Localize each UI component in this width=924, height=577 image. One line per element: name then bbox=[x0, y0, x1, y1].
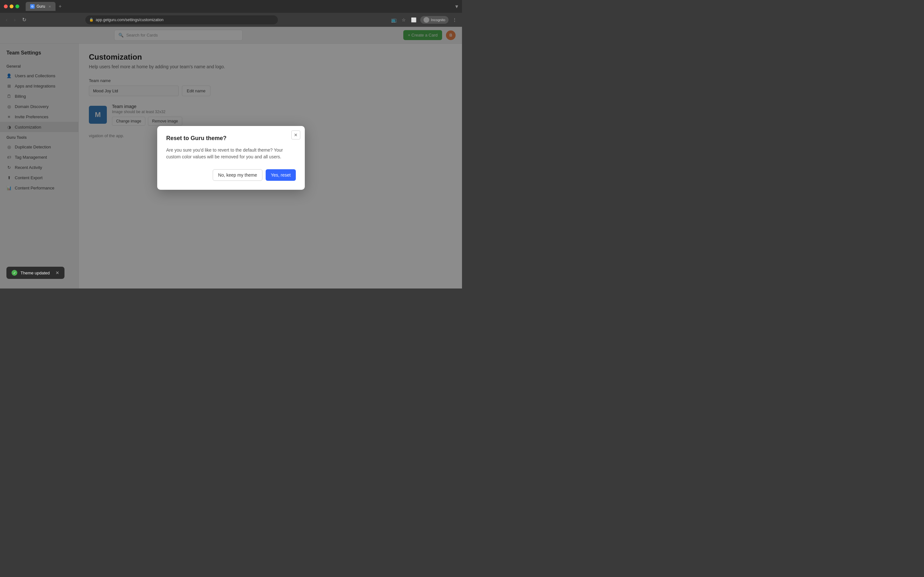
cast-icon[interactable]: 📺 bbox=[390, 16, 398, 24]
modal-actions: No, keep my theme Yes, reset bbox=[166, 169, 296, 181]
incognito-button[interactable]: Incognito bbox=[420, 16, 449, 24]
forward-button[interactable]: › bbox=[12, 16, 17, 24]
fullscreen-traffic-light[interactable] bbox=[15, 5, 19, 8]
new-tab-button[interactable]: + bbox=[57, 3, 63, 9]
reset-theme-modal: ✕ Reset to Guru theme? Are you sure you'… bbox=[157, 126, 305, 190]
incognito-label: Incognito bbox=[431, 18, 445, 22]
modal-overlay[interactable]: ✕ Reset to Guru theme? Are you sure you'… bbox=[0, 27, 462, 288]
tab-title: Guru bbox=[37, 4, 45, 9]
menu-button[interactable]: ⋮ bbox=[451, 16, 458, 24]
tab-favicon: G bbox=[30, 4, 35, 9]
toast-notification: ✓ Theme updated ✕ bbox=[6, 267, 65, 279]
toast-close-button[interactable]: ✕ bbox=[55, 270, 59, 276]
incognito-avatar bbox=[423, 17, 429, 23]
url-text: app.getguru.com/settings/customization bbox=[95, 18, 163, 22]
toast-message: Theme updated bbox=[21, 271, 50, 276]
address-bar[interactable]: 🔒 app.getguru.com/settings/customization bbox=[86, 15, 278, 24]
modal-close-button[interactable]: ✕ bbox=[291, 131, 300, 139]
toast-check-icon: ✓ bbox=[11, 270, 17, 276]
lock-icon: 🔒 bbox=[89, 18, 94, 22]
refresh-button[interactable]: ↻ bbox=[20, 15, 28, 24]
minimize-traffic-light[interactable] bbox=[10, 5, 13, 8]
split-view-icon[interactable]: ⬜ bbox=[410, 16, 418, 24]
keep-theme-button[interactable]: No, keep my theme bbox=[213, 169, 262, 181]
active-tab[interactable]: G Guru ✕ bbox=[26, 2, 55, 11]
tab-bar: G Guru ✕ + bbox=[26, 2, 63, 11]
toolbar: ‹ › ↻ 🔒 app.getguru.com/settings/customi… bbox=[0, 13, 462, 27]
traffic-lights bbox=[4, 5, 19, 8]
modal-body: Are you sure you'd like to revert to the… bbox=[166, 147, 296, 160]
back-button[interactable]: ‹ bbox=[4, 16, 9, 24]
close-traffic-light[interactable] bbox=[4, 5, 8, 8]
browser-chrome: G Guru ✕ + ▾ bbox=[0, 0, 462, 13]
modal-title: Reset to Guru theme? bbox=[166, 135, 296, 142]
yes-reset-button[interactable]: Yes, reset bbox=[266, 169, 296, 181]
toolbar-actions: 📺 ☆ ⬜ Incognito ⋮ bbox=[390, 16, 458, 24]
bookmark-icon[interactable]: ☆ bbox=[401, 16, 407, 24]
tab-close-button[interactable]: ✕ bbox=[48, 5, 51, 8]
